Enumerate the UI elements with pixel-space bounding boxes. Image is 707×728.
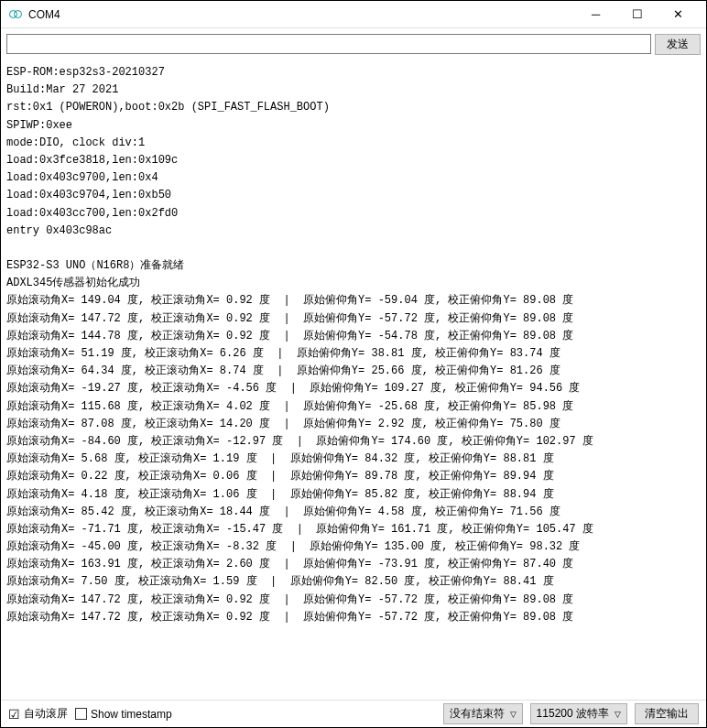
baud-rate-select[interactable]: 115200 波特率 ▽ <box>530 703 627 724</box>
footer: ☑ 自动滚屏 Show timestamp 没有结束符 ▽ 115200 波特率… <box>1 700 706 727</box>
minimize-button[interactable]: ─ <box>575 1 616 28</box>
clear-output-button[interactable]: 清空输出 <box>635 703 699 724</box>
titlebar: COM4 ─ ☐ ✕ <box>1 1 706 28</box>
autoscroll-label: 自动滚屏 <box>24 706 68 722</box>
chevron-down-icon: ▽ <box>615 710 621 719</box>
timestamp-checkbox[interactable]: Show timestamp <box>75 708 172 721</box>
send-button[interactable]: 发送 <box>655 34 701 55</box>
window-title: COM4 <box>28 8 575 21</box>
serial-console[interactable]: ESP-ROM:esp32s3-20210327 Build:Mar 27 20… <box>1 60 706 700</box>
close-button[interactable]: ✕ <box>658 1 699 28</box>
maximize-button[interactable]: ☐ <box>616 1 658 28</box>
serial-monitor-window: COM4 ─ ☐ ✕ 发送 ESP-ROM:esp32s3-20210327 B… <box>0 0 707 728</box>
timestamp-label: Show timestamp <box>91 708 172 721</box>
arduino-icon <box>8 7 23 22</box>
toolbar: 发送 <box>1 28 706 60</box>
chevron-down-icon: ▽ <box>510 710 517 719</box>
line-ending-select[interactable]: 没有结束符 ▽ <box>443 703 523 724</box>
window-controls: ─ ☐ ✕ <box>575 1 699 28</box>
serial-input[interactable] <box>6 34 651 54</box>
autoscroll-checkbox[interactable]: ☑ 自动滚屏 <box>8 706 68 722</box>
